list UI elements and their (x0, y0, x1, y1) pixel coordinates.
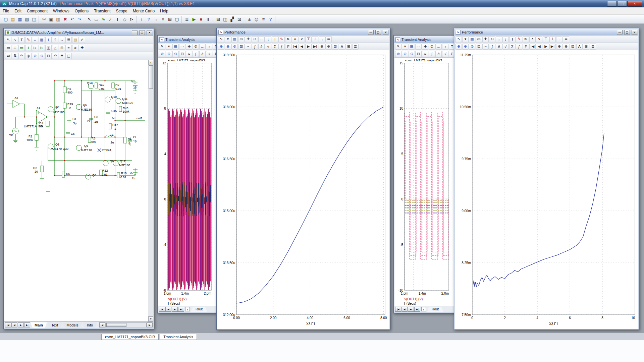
note-icon[interactable]: ▤ (72, 37, 78, 43)
zoom-in-plot-icon[interactable]: ⊕ (556, 44, 562, 50)
page-checkbox[interactable]: v (421, 307, 426, 311)
cut-icon[interactable]: ✂ (41, 16, 48, 23)
function-icon[interactable]: ƒ (516, 44, 522, 50)
go-to-value-icon[interactable]: → (319, 36, 325, 42)
copy-icon[interactable]: ▣ (48, 16, 55, 23)
box-icon[interactable]: ▢ (65, 53, 72, 59)
last-page-button[interactable]: ▶| (24, 322, 30, 327)
last-page-icon[interactable]: ▶| (549, 44, 556, 50)
paste-icon[interactable]: ▥ (55, 16, 62, 23)
crosshair-icon[interactable]: ✚ (482, 36, 489, 42)
close-button[interactable]: ✕ (627, 1, 642, 7)
minimize-button[interactable]: — (607, 1, 617, 7)
tag-point-icon[interactable]: ⊙ (489, 36, 495, 42)
select-box-icon[interactable]: ▭ (179, 44, 185, 50)
last-page-button[interactable]: ▶| (178, 307, 184, 312)
close-button[interactable]: ✕ (147, 30, 152, 35)
perf1-titlebar[interactable]: ∿ Performance — ▢ ✕ (217, 29, 389, 36)
menu-options[interactable]: Options (72, 8, 91, 14)
restore-button[interactable]: ▢ (139, 30, 145, 35)
cursor-menu-icon[interactable]: ▾ (462, 36, 469, 42)
maximize-button[interactable]: ▢ (617, 1, 627, 7)
text-size-icon[interactable]: A (339, 44, 345, 50)
tab-main[interactable]: Main (31, 322, 47, 328)
crosshair-icon[interactable]: ✚ (186, 44, 192, 50)
doc-tab-transient[interactable]: Transient Analysis (160, 334, 197, 340)
zoom-region-icon[interactable]: ⊡ (332, 44, 338, 50)
zoom-out-icon[interactable]: ⊖ (166, 51, 172, 57)
link-icon[interactable]: → (59, 37, 65, 43)
zoom-region-icon[interactable]: ⊡ (570, 44, 576, 50)
zoom-in-icon[interactable]: ⊕ (159, 51, 165, 57)
macro-icon[interactable]: ◫ (45, 45, 52, 51)
prev-page-button[interactable]: ◀ (11, 322, 17, 327)
minimize-button[interactable]: — (132, 30, 138, 35)
text-mode-icon[interactable]: T (114, 16, 121, 23)
grid-icon[interactable]: ⊞ (59, 45, 65, 51)
find-icon[interactable]: ◎ (253, 16, 260, 23)
pointer-tag-icon[interactable]: ⊳ (285, 36, 291, 42)
fft-icon[interactable]: F (523, 44, 529, 50)
perf2-titlebar[interactable]: ∿ Performance — ▢ ✕ (455, 29, 638, 36)
top-marker-icon[interactable]: ⊤ (305, 36, 312, 42)
tile-vertical-icon[interactable]: ◫ (222, 16, 229, 23)
run-icon[interactable]: ▶ (191, 16, 198, 23)
save-icon[interactable]: ▦ (16, 16, 23, 23)
wire-icon[interactable]: ∿ (12, 37, 18, 43)
select-icon[interactable]: ↖ (159, 44, 165, 50)
menu-monte-carlo[interactable]: Monte Carlo (130, 8, 157, 14)
sum-icon[interactable]: Σ (509, 44, 516, 50)
prev-page-icon[interactable]: ◀ (536, 44, 542, 50)
zoom-out-plot-icon[interactable]: ⊖ (563, 44, 569, 50)
fit-to-window-icon[interactable]: ⊡ (45, 53, 52, 59)
menu-help[interactable]: Help (157, 8, 171, 14)
schematic-window[interactable]: ⊞ D:\MC11\DATA\Audio Amplifiers\Рубальск… (3, 28, 154, 329)
annotate-pencil-icon[interactable]: ✎ (278, 36, 285, 42)
info-mode-icon[interactable]: i (138, 16, 145, 23)
redo-icon[interactable]: ↷ (76, 16, 83, 23)
select-box-icon[interactable]: ▭ (238, 36, 245, 42)
part-diode-icon[interactable]: ▷ (32, 45, 38, 51)
menu-file[interactable]: File (0, 8, 12, 14)
cascade-icon[interactable]: ▞ (229, 16, 236, 23)
sqrt-icon[interactable]: √ (442, 51, 448, 57)
scroll-left-button[interactable]: ◀ (99, 322, 105, 327)
part-resistor-icon[interactable]: ▭ (18, 45, 25, 51)
bus-icon[interactable]: ≡ (65, 45, 72, 51)
last-page-icon[interactable]: ▶| (312, 44, 318, 50)
crosshair-icon[interactable]: ✚ (422, 44, 428, 50)
sqrt-icon[interactable]: √ (265, 44, 271, 50)
first-page-button[interactable]: |◀ (159, 307, 165, 312)
sqrt-icon[interactable]: √ (206, 51, 212, 57)
minimize-button[interactable]: — (368, 30, 374, 35)
cursor-menu-icon[interactable]: ▾ (225, 36, 231, 42)
flag-mode-icon[interactable]: ⊳ (128, 16, 135, 23)
smooth-icon[interactable]: ≈ (482, 44, 489, 50)
pointer-tag-icon[interactable]: ⊳ (523, 36, 529, 42)
menu-component[interactable]: Component (24, 8, 50, 14)
new-file-icon[interactable]: ▢ (2, 16, 9, 23)
smooth-icon[interactable]: ≈ (186, 51, 192, 57)
redraw-icon[interactable]: ↶ (52, 53, 58, 59)
zoom-in-icon[interactable]: ⊕ (218, 44, 224, 50)
tag-vertical-icon[interactable]: ↕ (442, 44, 448, 50)
zoom-mode-icon[interactable]: ⊙ (409, 51, 415, 57)
move-icon[interactable]: ↔ (32, 37, 38, 43)
tab-info[interactable]: Info (83, 322, 97, 328)
go-to-value-icon[interactable]: → (556, 36, 562, 42)
first-page-button[interactable]: |◀ (5, 322, 11, 327)
cursor-menu-icon[interactable]: ▾ (166, 44, 172, 50)
node-numbers-icon[interactable]: # (159, 16, 166, 23)
first-page-icon[interactable]: |◀ (529, 44, 536, 50)
tag-vertical-icon[interactable]: ↕ (265, 36, 271, 42)
copy-image-icon[interactable]: ▦ (409, 44, 415, 50)
rotate-icon[interactable]: ↷ (18, 53, 25, 59)
integral-icon[interactable]: ∫ (193, 51, 199, 57)
page-checkbox[interactable]: v (185, 307, 190, 311)
tab-models[interactable]: Models (62, 322, 82, 328)
smooth-icon[interactable]: ≈ (422, 51, 428, 57)
info-icon[interactable]: i (45, 37, 52, 43)
close-button[interactable]: ✕ (383, 30, 388, 35)
page-tab-rout[interactable]: Rout (427, 307, 443, 312)
tab-text[interactable]: Text (47, 322, 62, 328)
